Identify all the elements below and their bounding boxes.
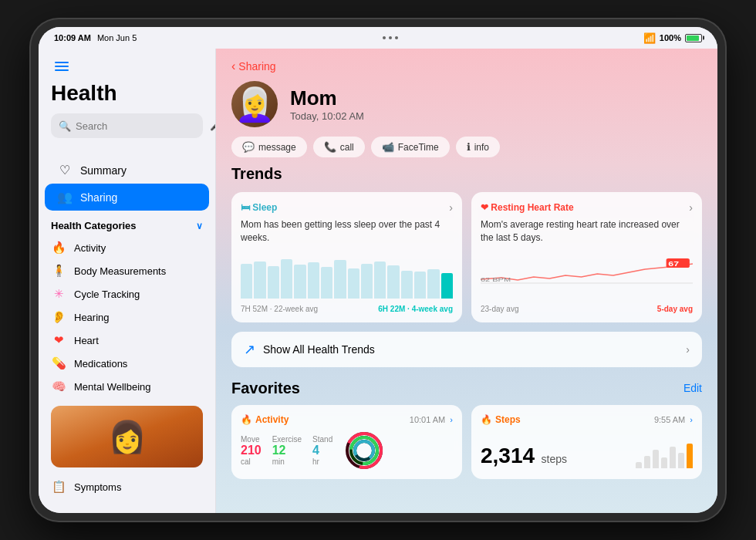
- symptoms-label: Symptoms: [74, 481, 121, 493]
- sleep-bar-highlight: [441, 273, 453, 299]
- show-all-chevron-icon: ›: [686, 343, 690, 356]
- info-button[interactable]: ℹ info: [456, 137, 500, 157]
- message-label: message: [258, 142, 296, 153]
- back-label: Sharing: [238, 60, 275, 73]
- message-icon: 💬: [242, 141, 255, 153]
- hearing-icon: 👂: [51, 310, 66, 324]
- category-hearing[interactable]: 👂 Hearing: [39, 305, 215, 329]
- step-bar: [653, 450, 659, 468]
- step-bar: [661, 457, 667, 468]
- sleep-bar: [254, 262, 265, 299]
- category-body-measurements[interactable]: 🧍 Body Measurements: [39, 259, 215, 282]
- medications-icon: 💊: [51, 356, 66, 370]
- sharing-icon: 👥: [57, 190, 73, 204]
- heart-label: Heart: [74, 335, 99, 346]
- status-time: 10:09 AM: [54, 33, 91, 42]
- hearing-label: Hearing: [74, 312, 110, 323]
- profile-section: 👩‍🦳 Mom Today, 10:02 AM: [231, 81, 702, 127]
- category-cycle-tracking[interactable]: ✳ Cycle Tracking: [39, 282, 215, 305]
- activity-rings: Move 210 cal Exercise: [241, 431, 453, 470]
- battery-fill: [687, 35, 699, 41]
- health-categories-title: Health Categories: [51, 220, 137, 231]
- sharing-label: Sharing: [80, 191, 117, 204]
- sleep-bar: [308, 262, 319, 299]
- facetime-button[interactable]: 📹 FaceTime: [371, 137, 450, 157]
- search-bar[interactable]: 🔍 🎤: [51, 113, 203, 138]
- category-mental-wellbeing[interactable]: 🧠 Mental Wellbeing: [39, 375, 215, 398]
- sleep-chevron-icon[interactable]: ›: [449, 201, 453, 214]
- activity-label: Activity: [74, 242, 106, 254]
- heart-rate-chart-area: 62 BPM 67: [481, 252, 693, 299]
- category-activity[interactable]: 🔥 Activity: [39, 236, 215, 259]
- sleep-bar: [268, 266, 279, 299]
- show-all-trends-button[interactable]: ↗ Show All Health Trends ›: [231, 332, 702, 367]
- sidebar-item-symptoms[interactable]: 📋 Symptoms: [39, 475, 215, 498]
- message-button[interactable]: 💬 message: [231, 137, 307, 157]
- facetime-label: FaceTime: [398, 142, 439, 153]
- call-button[interactable]: 📞 call: [313, 137, 365, 157]
- category-medications[interactable]: 💊 Medications: [39, 352, 215, 375]
- main-scroll[interactable]: Trends 🛏 Sleep › Mom has been getting le…: [216, 165, 717, 513]
- activity-chevron-icon[interactable]: ›: [450, 415, 453, 424]
- show-all-left: ↗ Show All Health Trends: [244, 341, 375, 358]
- category-heart[interactable]: ❤ Heart: [39, 329, 215, 352]
- move-unit: cal: [241, 457, 262, 466]
- info-label: info: [474, 142, 489, 153]
- favorites-title: Favorites: [231, 380, 300, 397]
- photo-placeholder: 👩: [51, 406, 203, 467]
- sleep-bar: [294, 265, 305, 298]
- sleep-bar: [427, 269, 439, 298]
- medications-label: Medications: [74, 358, 127, 370]
- mental-wellbeing-label: Mental Wellbeing: [74, 381, 150, 393]
- sleep-bar: [401, 271, 413, 299]
- sidebar-item-summary[interactable]: ♡ Summary: [45, 157, 209, 184]
- sleep-bar: [414, 272, 426, 299]
- exercise-unit: min: [272, 457, 302, 466]
- heart-rate-description: Mom's average resting heart rate increas…: [481, 218, 693, 245]
- steps-value: 2,314: [481, 444, 535, 467]
- steps-fav-icon: 🔥: [481, 414, 492, 425]
- chevron-down-icon[interactable]: ∨: [196, 221, 203, 231]
- action-buttons: 💬 message 📞 call 📹 FaceTime ℹ: [231, 137, 702, 157]
- sleep-bar: [374, 262, 386, 298]
- stand-unit: hr: [312, 457, 332, 466]
- battery-percent: 100%: [660, 33, 681, 42]
- heart-rate-label: ❤ Resting Heart Rate: [481, 202, 574, 213]
- ipad-frame: 10:09 AM Mon Jun 5 📶 100%: [31, 19, 725, 521]
- steps-chevron-icon[interactable]: ›: [690, 415, 693, 424]
- sleep-bar: [334, 260, 346, 298]
- mic-icon[interactable]: 🎤: [210, 120, 216, 131]
- favorites-header: Favorites Edit: [231, 380, 702, 397]
- step-bar-today: [687, 444, 693, 468]
- sidebar-toggle[interactable]: [51, 58, 73, 75]
- step-bar: [644, 456, 650, 468]
- mental-wellbeing-icon: 🧠: [51, 380, 66, 393]
- sidebar-item-sharing[interactable]: 👥 Sharing: [45, 184, 209, 211]
- summary-label: Summary: [80, 164, 127, 177]
- trends-grid: 🛏 Sleep › Mom has been getting less slee…: [231, 192, 702, 322]
- profile-name: Mom: [290, 86, 364, 110]
- heart-rate-trend-card: ❤ Resting Heart Rate › Mom's average res…: [471, 192, 702, 322]
- favorites-edit-button[interactable]: Edit: [683, 382, 702, 394]
- steps-fav-label: 🔥 Steps: [481, 414, 521, 425]
- sleep-description: Mom has been getting less sleep over the…: [241, 218, 453, 245]
- exercise-label: Exercise: [272, 435, 302, 444]
- back-nav[interactable]: ‹ Sharing: [231, 59, 702, 73]
- profile-info: Mom Today, 10:02 AM: [290, 86, 364, 122]
- heart-rate-chart: 62 BPM 67: [481, 252, 693, 299]
- sleep-chart-labels: 7H 52M · 22-week avg 6H 22M · 4-week avg: [241, 305, 453, 313]
- main-content: ‹ Sharing 👩‍🦳 Mom Today, 10:02 AM: [216, 49, 717, 513]
- three-dots: [383, 36, 398, 39]
- sleep-label: 🛏 Sleep: [241, 202, 277, 213]
- svg-text:67: 67: [668, 259, 679, 267]
- sleep-bar: [281, 259, 292, 299]
- search-input[interactable]: [76, 120, 205, 132]
- heart-rate-highlight-label: 5-day avg: [657, 305, 693, 313]
- sidebar: Health 🔍 🎤 ♡ Summary 👥 Sharing: [39, 49, 216, 513]
- activity-fav-time: 10:01 AM ›: [410, 415, 453, 424]
- steps-bars: [636, 437, 693, 468]
- cycle-tracking-icon: ✳: [51, 287, 66, 301]
- exercise-stat: Exercise 12 min: [272, 435, 302, 466]
- heart-rate-chevron-icon[interactable]: ›: [689, 201, 693, 214]
- activity-card-header: 🔥 Activity 10:01 AM ›: [241, 414, 453, 425]
